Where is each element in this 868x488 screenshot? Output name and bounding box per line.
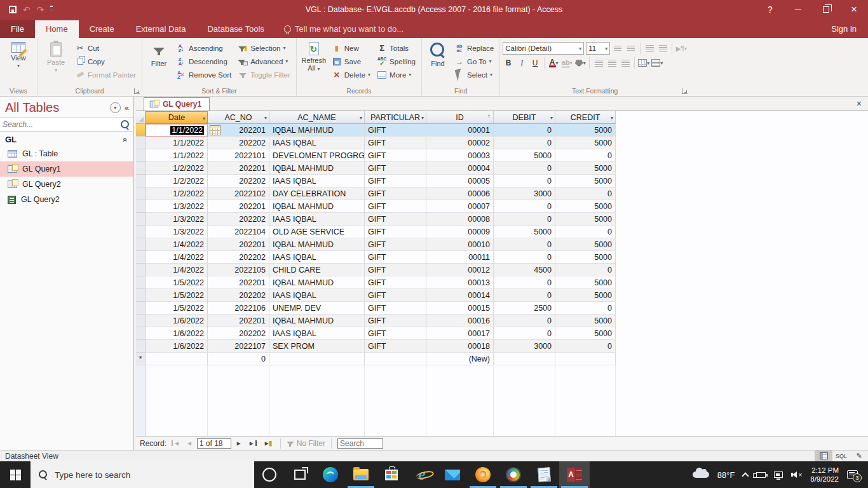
row-selector[interactable] [136, 340, 146, 353]
table-cell[interactable]: 0 [494, 327, 555, 340]
redo-icon[interactable]: ↷ [37, 4, 44, 15]
sign-in-link[interactable]: Sign in [820, 20, 868, 38]
table-cell[interactable]: 202201 [208, 276, 269, 289]
table-cell[interactable]: 0 [555, 264, 616, 276]
table-cell[interactable]: 00009 [426, 226, 494, 238]
record-search-input[interactable] [337, 438, 383, 449]
new-record-marker[interactable]: * [136, 353, 146, 365]
weather-cloud-icon[interactable] [693, 471, 709, 478]
previous-record-button[interactable]: ◄ [184, 440, 194, 447]
selected-cell-value[interactable]: 1/1/2022 [170, 126, 204, 135]
filter-dropdown-icon[interactable]: ▾ [203, 116, 205, 121]
go-to-button[interactable]: → Go To ▾ [451, 55, 497, 68]
table-cell[interactable]: IQBAL MAHMUD [269, 238, 365, 251]
delete-record-button[interactable]: ✕ Delete ▾ [329, 68, 374, 81]
volume-muted-icon[interactable]: × [791, 471, 802, 478]
table-cell[interactable]: 00012 [426, 264, 494, 276]
table-cell[interactable]: GIFT [365, 162, 426, 175]
firefox-button[interactable] [468, 461, 498, 488]
table-cell[interactable] [146, 353, 208, 365]
table-cell[interactable]: 1/6/2022 [146, 315, 208, 327]
table-cell[interactable]: DEVELOMENT PROGRG [269, 149, 365, 162]
table-cell[interactable]: 5000 [494, 226, 555, 238]
start-button[interactable] [0, 461, 31, 488]
filter-dropdown-icon[interactable]: ▾ [611, 115, 613, 121]
table-cell[interactable]: 0 [555, 149, 616, 162]
table-cell[interactable]: 0 [555, 302, 616, 315]
table-cell[interactable]: GIFT [365, 200, 426, 213]
bold-button[interactable]: B [503, 57, 514, 69]
table-cell[interactable]: 5000 [555, 137, 616, 149]
network-icon[interactable] [774, 471, 783, 478]
gridlines-button[interactable]: ▾ [638, 57, 649, 69]
nav-pane-menu-icon[interactable]: ▾ [110, 102, 121, 113]
table-cell[interactable]: 0 [494, 200, 555, 213]
view-button[interactable]: View ▾ [3, 40, 34, 69]
table-cell[interactable]: 1/6/2022 [146, 327, 208, 340]
table-cell[interactable]: 00008 [426, 213, 494, 226]
row-selector[interactable] [136, 187, 146, 200]
date-picker-icon[interactable] [210, 125, 220, 135]
no-filter-button[interactable]: No Filter [287, 439, 325, 448]
table-cell[interactable]: 1/1/2022 [146, 149, 208, 162]
table-cell[interactable]: 1/4/2022 [146, 251, 208, 264]
table-cell[interactable]: IAAS IQBAL [269, 175, 365, 187]
tab-file[interactable]: File [0, 20, 35, 38]
row-selector[interactable] [136, 302, 146, 315]
table-cell[interactable]: IQBAL MAHMUD [269, 315, 365, 327]
tab-database-tools[interactable]: Database Tools [196, 20, 275, 38]
row-selector[interactable] [136, 289, 146, 302]
table-cell[interactable]: 2022101 [208, 149, 269, 162]
cut-button[interactable]: ✂ Cut [72, 41, 139, 55]
table-cell[interactable]: 00016 [426, 315, 494, 327]
italic-button[interactable]: I [516, 57, 527, 69]
table-cell[interactable]: 202202 [208, 327, 269, 340]
table-cell[interactable]: 00015 [426, 302, 494, 315]
copy-button[interactable]: Copy [72, 55, 139, 68]
table-cell[interactable] [494, 353, 555, 365]
table-cell[interactable]: 0 [208, 353, 269, 365]
align-left-button[interactable] [593, 57, 604, 69]
color-wheel-app-button[interactable] [498, 461, 529, 488]
taskbar-clock[interactable]: 2:12 PM 8/9/2022 [810, 466, 839, 484]
table-cell[interactable]: 00018 [426, 340, 494, 353]
font-name-combobox[interactable]: Calibri (Detail) ▾ [503, 42, 584, 55]
table-cell[interactable]: 0 [494, 175, 555, 187]
descending-button[interactable]: ZA↓ Descending [173, 55, 234, 68]
align-center-button[interactable] [606, 57, 618, 69]
table-cell[interactable]: 3000 [494, 187, 555, 200]
clipboard-dialog-launcher[interactable] [134, 88, 140, 94]
nav-group-header[interactable]: GL « [0, 132, 133, 146]
table-cell[interactable]: 2022106 [208, 302, 269, 315]
table-cell[interactable]: 3000 [494, 340, 555, 353]
table-cell[interactable]: GIFT [365, 238, 426, 251]
table-cell[interactable]: GIFT [365, 175, 426, 187]
table-cell[interactable]: 1/2/2022 [146, 175, 208, 187]
table-cell[interactable]: 00007 [426, 200, 494, 213]
undo-icon[interactable]: ↶ [23, 4, 31, 15]
taskbar-search-box[interactable]: Type here to search [31, 461, 254, 488]
table-cell[interactable]: (New) [426, 353, 494, 365]
task-view-button[interactable] [285, 461, 315, 488]
table-cell[interactable]: 2022102 [208, 187, 269, 200]
advanced-button[interactable]: Advanced ▾ [234, 55, 294, 68]
table-cell[interactable]: 202202 [208, 213, 269, 226]
table-cell[interactable]: DAY CELEBRATION [269, 187, 365, 200]
table-cell[interactable]: 1/5/2022 [146, 276, 208, 289]
table-cell[interactable]: 00010 [426, 238, 494, 251]
temperature-label[interactable]: 88°F [717, 470, 735, 480]
tab-external-data[interactable]: External Data [125, 20, 197, 38]
more-button[interactable]: More ▾ [374, 68, 419, 81]
row-selector[interactable] [136, 251, 146, 264]
table-cell[interactable]: 2022104 [208, 226, 269, 238]
row-selector[interactable] [136, 149, 146, 162]
close-button[interactable]: × [840, 0, 868, 19]
underline-button[interactable]: U [529, 57, 541, 69]
sorted-ascending-icon[interactable]: ↑ [487, 112, 491, 119]
table-cell[interactable]: 202201 [208, 162, 269, 175]
table-cell[interactable]: 202202 [208, 137, 269, 149]
current-record-box[interactable]: 1 of 18 [197, 438, 231, 449]
shutter-bar-close-icon[interactable]: « [125, 103, 129, 112]
decrease-indent-button[interactable] [657, 43, 668, 54]
table-cell[interactable]: 5000 [555, 175, 616, 187]
